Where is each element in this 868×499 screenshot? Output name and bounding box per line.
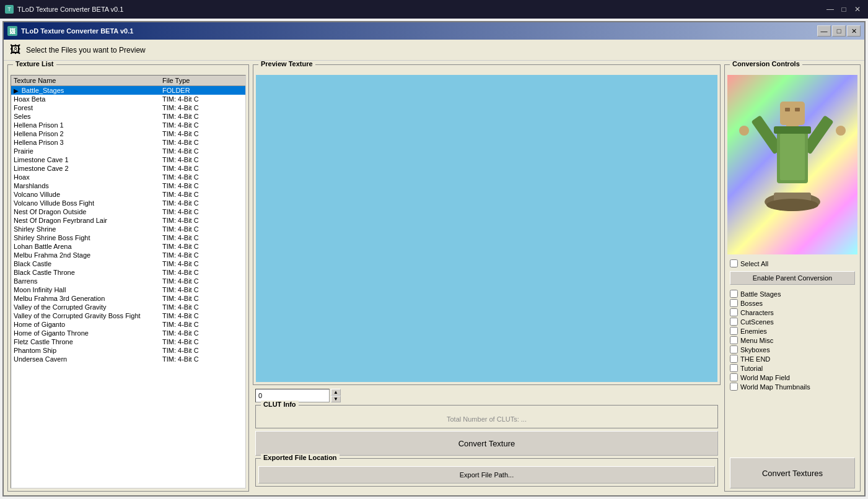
table-row[interactable]: Volcano Villude Boss FightTIM: 4-Bit C xyxy=(11,199,245,207)
title-bar: T TLoD Texture Converter BETA v0.1 — □ ✕ xyxy=(0,0,868,19)
texture-type-cell: TIM: 4-Bit C xyxy=(160,285,245,294)
table-row[interactable]: Hellena Prison 2TIM: 4-Bit C xyxy=(11,129,245,138)
convert-texture-button[interactable]: Convert Texture xyxy=(255,431,718,456)
title-bar-text: TLoD Texture Converter BETA v0.1 xyxy=(17,6,123,13)
conversion-checkbox-label[interactable]: Enemies xyxy=(740,328,767,335)
table-row[interactable]: Moon Infinity HallTIM: 4-Bit C xyxy=(11,285,245,294)
texture-name-cell: Phantom Ship xyxy=(11,346,160,355)
table-row[interactable]: Fletz Castle ThroneTIM: 4-Bit C xyxy=(11,337,245,346)
conversion-checkbox-enemies[interactable] xyxy=(730,327,738,335)
texture-name-cell: Black Castle xyxy=(11,259,160,268)
table-row[interactable]: Phantom ShipTIM: 4-Bit C xyxy=(11,346,245,355)
conversion-checkbox-label[interactable]: CutScenes xyxy=(740,318,774,326)
table-row[interactable]: MarshlandsTIM: 4-Bit C xyxy=(11,181,245,190)
conversion-checkbox-skyboxes[interactable] xyxy=(730,345,738,354)
clut-info-panel: CLUT Info Total Number of CLUTs: ... xyxy=(255,405,718,428)
select-all-label[interactable]: Select All xyxy=(740,260,768,267)
conversion-controls-panel: Conversion Controls xyxy=(724,64,861,492)
conversion-checkbox-label[interactable]: World Map Thumbnails xyxy=(740,383,810,391)
conversion-checkbox-world-map-field[interactable] xyxy=(730,373,738,381)
texture-type-cell: TIM: 4-Bit C xyxy=(160,233,245,242)
conversion-checkbox-label[interactable]: Characters xyxy=(740,309,774,316)
table-row[interactable]: Limestone Cave 2TIM: 4-Bit C xyxy=(11,164,245,173)
maximize-button[interactable]: □ xyxy=(838,4,849,15)
table-row[interactable]: Hellena Prison 3TIM: 4-Bit C xyxy=(11,138,245,147)
conversion-checkbox-the-end[interactable] xyxy=(730,355,738,363)
conversion-checkbox-battle-stages[interactable] xyxy=(730,290,738,298)
conversion-checkbox-label[interactable]: Bosses xyxy=(740,300,763,307)
texture-type-cell: TIM: 4-Bit C xyxy=(160,181,245,190)
app-close-button[interactable]: ✕ xyxy=(847,25,861,37)
table-row[interactable]: Undersea CavernTIM: 4-Bit C xyxy=(11,355,245,363)
table-row[interactable]: Shirley ShrineTIM: 4-Bit C xyxy=(11,225,245,233)
conversion-checkbox-label[interactable]: THE END xyxy=(740,355,770,363)
app-window: 🖼 TLoD Texture Converter BETA v0.1 — □ ✕… xyxy=(2,21,866,497)
app-header: 🖼 Select the Files you want to Preview xyxy=(4,40,864,61)
texture-type-cell: TIM: 4-Bit C xyxy=(160,95,245,103)
conversion-checkbox-label[interactable]: Battle Stages xyxy=(740,290,781,298)
texture-type-cell: TIM: 4-Bit C xyxy=(160,320,245,329)
table-row[interactable]: Volcano VilludeTIM: 4-Bit C xyxy=(11,190,245,199)
spinner-down-button[interactable]: ▼ xyxy=(331,396,341,402)
checkbox-item: Bosses xyxy=(730,299,855,307)
table-row[interactable]: Melbu Frahma 3rd GenerationTIM: 4-Bit C xyxy=(11,294,245,303)
conversion-checkbox-characters[interactable] xyxy=(730,308,738,316)
texture-name-cell: Fletz Castle Throne xyxy=(11,337,160,346)
texture-type-cell: TIM: 4-Bit C xyxy=(160,294,245,303)
conversion-checkbox-cutscenes[interactable] xyxy=(730,318,738,326)
close-button[interactable]: ✕ xyxy=(852,4,863,15)
texture-name-cell: Hellena Prison 2 xyxy=(11,129,160,138)
convert-textures-button[interactable]: Convert Textures xyxy=(730,458,855,488)
col-name-header: Texture Name xyxy=(11,76,160,86)
table-row[interactable]: Hoax BetaTIM: 4-Bit C xyxy=(11,95,245,103)
conversion-checkbox-label[interactable]: World Map Field xyxy=(740,374,790,381)
enable-parent-conversion-button[interactable]: Enable Parent Conversion xyxy=(730,271,855,285)
table-row[interactable]: Home of Giganto ThroneTIM: 4-Bit C xyxy=(11,329,245,337)
texture-list-container[interactable]: Texture Name File Type ▶ Battle_StagesFO… xyxy=(11,75,246,488)
conversion-checkbox-label[interactable]: Skyboxes xyxy=(740,346,770,354)
table-row[interactable]: Valley of the Corrupted GravityTIM: 4-Bi… xyxy=(11,303,245,311)
texture-name-cell: Volcano Villude Boss Fight xyxy=(11,199,160,207)
texture-name-cell: Lohan Battle Arena xyxy=(11,242,160,251)
texture-name-cell: Forest xyxy=(11,103,160,112)
conversion-checkbox-bosses[interactable] xyxy=(730,299,738,307)
table-row[interactable]: Black Castle ThroneTIM: 4-Bit C xyxy=(11,268,245,277)
select-all-checkbox[interactable] xyxy=(730,259,738,267)
conversion-checkbox-menu-misc[interactable] xyxy=(730,336,738,344)
svg-point-2 xyxy=(739,126,749,136)
table-row[interactable]: Home of GigantoTIM: 4-Bit C xyxy=(11,320,245,329)
table-row[interactable]: Valley of the Corrupted Gravity Boss Fig… xyxy=(11,311,245,320)
table-row[interactable]: Nest Of Dragon Feyrbrand LairTIM: 4-Bit … xyxy=(11,216,245,225)
header-icon: 🖼 xyxy=(10,43,21,56)
spinner-up-button[interactable]: ▲ xyxy=(331,389,341,396)
conversion-checkbox-world-map-thumbnails[interactable] xyxy=(730,383,738,391)
table-row[interactable]: ForestTIM: 4-Bit C xyxy=(11,103,245,112)
table-row[interactable]: SelesTIM: 4-Bit C xyxy=(11,112,245,121)
svg-rect-10 xyxy=(774,126,811,134)
table-row[interactable]: Melbu Frahma 2nd StageTIM: 4-Bit C xyxy=(11,251,245,259)
table-row[interactable]: Hellena Prison 1TIM: 4-Bit C xyxy=(11,121,245,129)
table-row[interactable]: Shirley Shrine Boss FightTIM: 4-Bit C xyxy=(11,233,245,242)
minimize-button[interactable]: — xyxy=(825,4,836,15)
table-row[interactable]: ▶ Battle_StagesFOLDER xyxy=(11,86,245,95)
spinner-buttons: ▲ ▼ xyxy=(331,389,341,402)
texture-type-cell: TIM: 4-Bit C xyxy=(160,329,245,337)
texture-name-cell: Home of Giganto xyxy=(11,320,160,329)
table-row[interactable]: BarrensTIM: 4-Bit C xyxy=(11,277,245,285)
conversion-checkbox-label[interactable]: Menu Misc xyxy=(740,337,773,344)
texture-type-cell: TIM: 4-Bit C xyxy=(160,112,245,121)
table-row[interactable]: Lohan Battle ArenaTIM: 4-Bit C xyxy=(11,242,245,251)
table-row[interactable]: PrairieTIM: 4-Bit C xyxy=(11,147,245,155)
conversion-checkbox-tutorial[interactable] xyxy=(730,364,738,372)
table-row[interactable]: Limestone Cave 1TIM: 4-Bit C xyxy=(11,155,245,164)
export-path-button[interactable]: Export File Path... xyxy=(258,466,715,484)
table-row[interactable]: Nest Of Dragon OutsideTIM: 4-Bit C xyxy=(11,207,245,216)
table-row[interactable]: Black CastleTIM: 4-Bit C xyxy=(11,259,245,268)
app-minimize-button[interactable]: — xyxy=(817,25,831,37)
col-type-header: File Type xyxy=(160,76,245,86)
conversion-checkbox-label[interactable]: Tutorial xyxy=(740,365,763,372)
checkboxes-container: Battle StagesBossesCharactersCutScenesEn… xyxy=(730,290,855,391)
texture-name-cell: Black Castle Throne xyxy=(11,268,160,277)
app-maximize-button[interactable]: □ xyxy=(832,25,846,37)
table-row[interactable]: HoaxTIM: 4-Bit C xyxy=(11,173,245,181)
